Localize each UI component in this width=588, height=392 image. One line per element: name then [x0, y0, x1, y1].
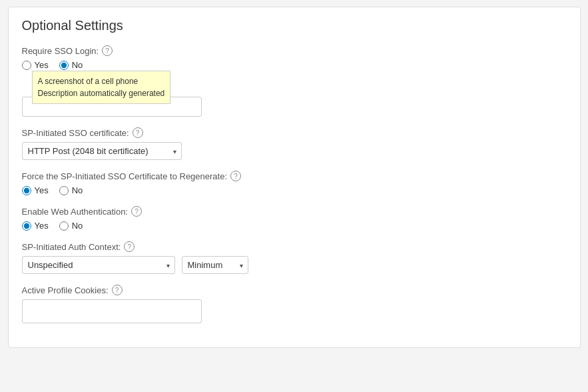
sp-certificate-help-icon[interactable]: ?	[133, 127, 143, 138]
auth-comparison-select-wrapper: Minimum Exact Maximum Better ▾	[182, 256, 248, 274]
web-auth-yes-radio[interactable]	[22, 221, 31, 231]
force-regenerate-yes-option[interactable]: Yes	[22, 185, 49, 195]
web-auth-help-icon[interactable]: ?	[131, 206, 142, 217]
auth-context-select[interactable]: Unspecified Password PasswordProtectedTr…	[22, 256, 175, 274]
require-sso-no-radio[interactable]	[59, 61, 69, 70]
force-regenerate-help-icon[interactable]: ?	[230, 171, 241, 181]
require-sso-help-icon[interactable]: ?	[102, 45, 113, 56]
require-sso-label: Require SSO Login: ?	[22, 45, 567, 56]
web-auth-label: Enable Web Authentication: ?	[22, 206, 567, 217]
sp-certificate-select-wrapper: HTTP Post (2048 bit certificate) HTTP Re…	[22, 142, 182, 160]
sp-certificate-label: SP-Initiated SSO certificate: ?	[22, 127, 567, 138]
force-regenerate-label: Force the SP-Initiated SSO Certificate t…	[22, 171, 567, 181]
web-auth-no-radio[interactable]	[59, 221, 69, 231]
optional-settings-panel: Optional Settings Require SSO Login: ? Y…	[8, 7, 581, 348]
force-regenerate-radio-group: Yes No	[22, 185, 567, 195]
auth-context-row: Unspecified Password PasswordProtectedTr…	[22, 256, 567, 274]
auth-context-select-wrapper: Unspecified Password PasswordProtectedTr…	[22, 256, 175, 274]
tooltip-line1: A screenshot of a cell phone	[38, 75, 165, 87]
auth-comparison-select[interactable]: Minimum Exact Maximum Better	[182, 256, 248, 274]
page-title: Optional Settings	[22, 18, 567, 33]
auth-context-label: SP-Initiated Auth Context: ?	[22, 241, 567, 252]
tooltip-box: A screenshot of a cell phone Description…	[32, 71, 171, 104]
auth-context-group: SP-Initiated Auth Context: ? Unspecified…	[22, 241, 567, 274]
force-regenerate-group: Force the SP-Initiated SSO Certificate t…	[22, 171, 567, 195]
require-sso-yes-radio[interactable]	[22, 61, 31, 70]
force-regenerate-no-radio[interactable]	[59, 186, 69, 195]
require-sso-radio-group: Yes No	[22, 60, 567, 70]
web-auth-no-option[interactable]: No	[59, 221, 83, 231]
force-regenerate-yes-radio[interactable]	[22, 186, 31, 195]
sp-certificate-select[interactable]: HTTP Post (2048 bit certificate) HTTP Re…	[22, 142, 182, 160]
auth-context-help-icon[interactable]: ?	[124, 241, 135, 252]
active-profile-group: Active Profile Cookies: ?	[22, 285, 567, 323]
web-auth-radio-group: Yes No	[22, 221, 567, 231]
require-sso-no-option[interactable]: No	[59, 60, 83, 70]
active-profile-input[interactable]	[22, 299, 202, 323]
web-auth-yes-option[interactable]: Yes	[22, 221, 49, 231]
tooltip-line2: Description automatically generated	[38, 87, 165, 99]
force-regenerate-no-option[interactable]: No	[59, 185, 83, 195]
active-profile-label: Active Profile Cookies: ?	[22, 285, 567, 295]
sp-certificate-group: SP-Initiated SSO certificate: ? HTTP Pos…	[22, 127, 567, 160]
web-auth-group: Enable Web Authentication: ? Yes No	[22, 206, 567, 231]
require-sso-yes-option[interactable]: Yes	[22, 60, 49, 70]
require-sso-group: Require SSO Login: ? Yes No A screenshot…	[22, 45, 567, 117]
active-profile-help-icon[interactable]: ?	[112, 285, 123, 295]
